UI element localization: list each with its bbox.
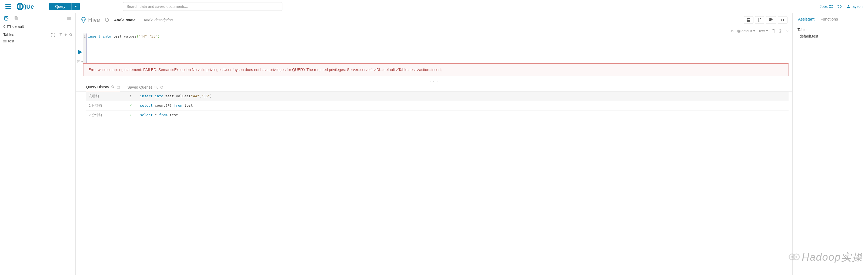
- engine-name: Hive: [88, 17, 100, 24]
- sliders-icon: [829, 5, 833, 8]
- tables-count: (1): [51, 32, 55, 37]
- user-name: fayson: [851, 4, 863, 9]
- gear-icon[interactable]: [779, 29, 783, 33]
- chevron-left-icon: [3, 25, 5, 28]
- folder-tab[interactable]: [67, 16, 72, 20]
- new-doc-button[interactable]: [755, 16, 764, 24]
- chevron-down-icon: [766, 30, 768, 32]
- chevron-down-icon: [753, 30, 755, 32]
- history-row[interactable]: 2 分钟前✓select * from test: [86, 111, 788, 120]
- error-message: Error while compiling statement: FAILED:…: [83, 63, 788, 76]
- save-button[interactable]: [744, 16, 753, 24]
- sources-tab[interactable]: [4, 16, 9, 21]
- svg-point-18: [738, 29, 740, 31]
- user-icon: [847, 5, 850, 8]
- history-icon[interactable]: [105, 18, 109, 22]
- table-item[interactable]: test: [0, 38, 75, 44]
- type-select[interactable]: text: [759, 29, 768, 33]
- error-icon: !: [130, 94, 131, 98]
- line-number: 1: [84, 34, 86, 38]
- svg-point-22: [112, 86, 114, 88]
- refresh-icon[interactable]: [69, 33, 72, 36]
- settings-button[interactable]: [778, 16, 787, 24]
- tab-query-history[interactable]: Query History: [86, 85, 120, 91]
- svg-point-6: [4, 16, 8, 18]
- svg-point-14: [783, 19, 784, 20]
- hamburger-icon[interactable]: [5, 4, 11, 9]
- database-select[interactable]: default: [737, 29, 755, 33]
- elapsed-time: 0s: [730, 29, 734, 33]
- svg-rect-19: [772, 30, 775, 33]
- svg-rect-1: [5, 6, 11, 7]
- database-name: default: [12, 24, 24, 29]
- refresh-icon: [160, 86, 163, 89]
- svg-rect-4: [20, 3, 21, 9]
- history-time: 2 分钟前: [89, 113, 121, 118]
- history-icon[interactable]: [837, 4, 842, 9]
- svg-point-12: [84, 19, 85, 20]
- history-time: 2 分钟前: [89, 103, 121, 108]
- check-icon: ✓: [129, 113, 132, 117]
- jobs-link[interactable]: Jobs: [819, 4, 833, 9]
- query-button[interactable]: Query: [49, 3, 71, 10]
- svg-point-11: [83, 19, 83, 20]
- user-link[interactable]: fayson: [847, 4, 863, 9]
- svg-point-15: [781, 20, 782, 21]
- database-icon: [7, 25, 11, 28]
- svg-point-24: [155, 86, 157, 88]
- jobs-label: Jobs: [819, 4, 828, 9]
- svg-rect-20: [773, 29, 774, 30]
- svg-rect-23: [117, 86, 120, 88]
- filter-icon[interactable]: [59, 33, 62, 36]
- table-icon: [3, 40, 6, 42]
- svg-point-21: [780, 31, 781, 32]
- snippet-menu[interactable]: [77, 60, 83, 63]
- tab-saved-queries[interactable]: Saved Queries: [128, 85, 163, 91]
- history-row[interactable]: 2 分钟前✓select count(*) from test: [86, 101, 788, 111]
- tab-functions[interactable]: Functions: [820, 17, 838, 21]
- hive-icon: [81, 17, 87, 23]
- calendar-icon: [117, 85, 120, 89]
- check-icon: ✓: [129, 103, 132, 108]
- history-row[interactable]: 几秒前!insert into test values("44","55"): [86, 92, 788, 101]
- history-sql: insert into test values("44","55"): [140, 94, 786, 98]
- history-time: 几秒前: [89, 94, 121, 99]
- query-caret[interactable]: [71, 3, 80, 10]
- hue-logo[interactable]: )Ue: [17, 3, 44, 10]
- svg-rect-2: [5, 8, 11, 9]
- tab-assistant[interactable]: Assistant: [798, 17, 814, 21]
- notebook-name-input[interactable]: Add a name...: [114, 18, 138, 22]
- resize-grip[interactable]: • • •: [76, 79, 792, 83]
- tables-header-label: Tables: [3, 32, 14, 37]
- svg-point-9: [7, 25, 10, 26]
- run-button[interactable]: [79, 50, 82, 54]
- history-sql: select count(*) from test: [140, 103, 786, 108]
- plus-icon[interactable]: +: [65, 32, 67, 37]
- tags-button[interactable]: [766, 16, 776, 24]
- notebook-desc-input[interactable]: Add a description...: [144, 18, 176, 22]
- assist-table-item[interactable]: default.test: [798, 33, 863, 39]
- database-selector[interactable]: default: [0, 23, 75, 30]
- search-icon: [111, 85, 115, 89]
- global-search-input[interactable]: [123, 2, 282, 11]
- svg-rect-0: [5, 4, 11, 5]
- svg-point-16: [783, 20, 784, 21]
- svg-rect-8: [16, 17, 18, 20]
- clipboard-icon[interactable]: [772, 29, 775, 33]
- history-sql: select * from test: [140, 113, 786, 117]
- documents-tab[interactable]: [14, 16, 19, 21]
- code-editor[interactable]: 1 insert into test values("44","55"): [83, 33, 792, 63]
- search-icon: [155, 86, 158, 89]
- assist-tables-header: Tables: [798, 28, 863, 32]
- svg-point-13: [781, 19, 782, 20]
- database-icon: [737, 29, 740, 33]
- svg-text:)Ue: )Ue: [24, 3, 34, 10]
- help-icon[interactable]: ?: [786, 29, 788, 33]
- svg-rect-10: [3, 40, 6, 42]
